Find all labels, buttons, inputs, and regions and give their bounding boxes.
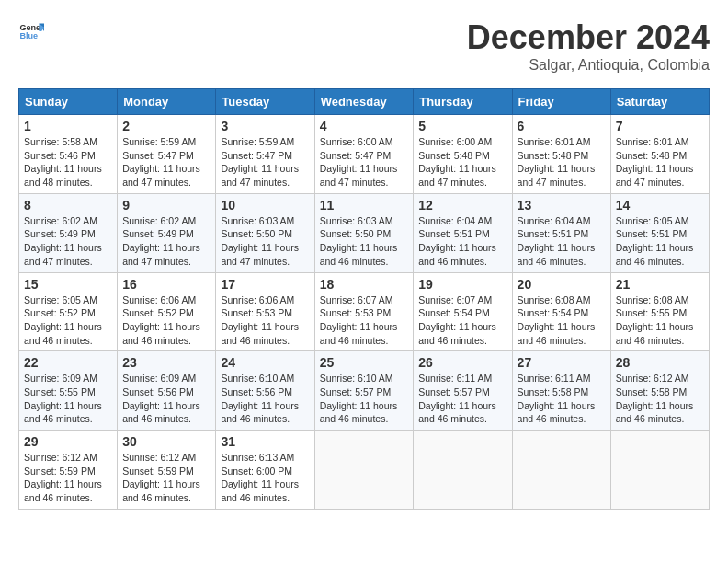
calendar-cell: 15Sunrise: 6:05 AMSunset: 5:52 PMDayligh…: [19, 272, 118, 351]
day-number: 11: [320, 198, 409, 213]
day-number: 27: [518, 355, 606, 370]
calendar-week-row: 8Sunrise: 6:02 AMSunset: 5:49 PMDaylight…: [19, 193, 710, 272]
calendar-cell: [314, 431, 414, 510]
day-info: Sunrise: 6:03 AMSunset: 5:50 PMDaylight:…: [221, 214, 309, 269]
day-number: 4: [320, 119, 409, 133]
calendar-cell: 6Sunrise: 6:01 AMSunset: 5:48 PMDaylight…: [512, 115, 610, 194]
day-info: Sunrise: 6:12 AMSunset: 5:58 PMDaylight:…: [616, 372, 704, 426]
day-number: 28: [616, 355, 704, 370]
day-number: 19: [418, 277, 506, 292]
day-number: 10: [221, 198, 309, 213]
calendar-cell: 3Sunrise: 5:59 AMSunset: 5:47 PMDaylight…: [216, 115, 314, 194]
calendar-cell: 30Sunrise: 6:12 AMSunset: 5:59 PMDayligh…: [118, 431, 216, 510]
location-title: Salgar, Antioquia, Colombia: [467, 57, 710, 74]
calendar-cell: 29Sunrise: 6:12 AMSunset: 5:59 PMDayligh…: [19, 431, 118, 510]
col-friday: Friday: [512, 89, 610, 115]
col-wednesday: Wednesday: [314, 89, 414, 115]
day-info: Sunrise: 6:07 AMSunset: 5:54 PMDaylight:…: [418, 293, 506, 348]
calendar-cell: 7Sunrise: 6:01 AMSunset: 5:48 PMDaylight…: [610, 115, 709, 194]
day-number: 31: [221, 434, 309, 449]
calendar-cell: 20Sunrise: 6:08 AMSunset: 5:54 PMDayligh…: [512, 272, 610, 351]
calendar-cell: 22Sunrise: 6:09 AMSunset: 5:55 PMDayligh…: [19, 351, 118, 431]
calendar-cell: [414, 431, 512, 510]
day-number: 5: [418, 119, 506, 133]
day-info: Sunrise: 6:02 AMSunset: 5:49 PMDaylight:…: [24, 214, 112, 269]
day-number: 13: [518, 198, 606, 213]
calendar-cell: [610, 431, 709, 510]
calendar-table: Sunday Monday Tuesday Wednesday Thursday…: [18, 88, 710, 510]
col-saturday: Saturday: [610, 89, 709, 115]
day-number: 18: [320, 277, 409, 292]
day-info: Sunrise: 6:07 AMSunset: 5:53 PMDaylight:…: [320, 293, 409, 348]
col-sunday: Sunday: [19, 89, 118, 115]
day-info: Sunrise: 6:00 AMSunset: 5:48 PMDaylight:…: [418, 135, 506, 190]
day-number: 1: [24, 119, 112, 133]
day-info: Sunrise: 6:01 AMSunset: 5:48 PMDaylight:…: [616, 135, 704, 190]
col-tuesday: Tuesday: [216, 89, 314, 115]
calendar-cell: 24Sunrise: 6:10 AMSunset: 5:56 PMDayligh…: [216, 351, 314, 431]
day-info: Sunrise: 6:12 AMSunset: 5:59 PMDaylight:…: [24, 451, 112, 505]
day-number: 26: [418, 355, 506, 370]
calendar-cell: 2Sunrise: 5:59 AMSunset: 5:47 PMDaylight…: [118, 115, 216, 194]
logo-icon: General Blue: [18, 18, 44, 44]
calendar-cell: 26Sunrise: 6:11 AMSunset: 5:57 PMDayligh…: [414, 351, 512, 431]
day-number: 3: [221, 119, 309, 133]
calendar-cell: 31Sunrise: 6:13 AMSunset: 6:00 PMDayligh…: [216, 431, 314, 510]
day-number: 8: [24, 198, 112, 213]
calendar-cell: 1Sunrise: 5:58 AMSunset: 5:46 PMDaylight…: [19, 115, 118, 194]
day-number: 9: [122, 198, 210, 213]
calendar-cell: 12Sunrise: 6:04 AMSunset: 5:51 PMDayligh…: [414, 193, 512, 272]
day-number: 17: [221, 277, 309, 292]
calendar-cell: 28Sunrise: 6:12 AMSunset: 5:58 PMDayligh…: [610, 351, 709, 431]
calendar-cell: 9Sunrise: 6:02 AMSunset: 5:49 PMDaylight…: [118, 193, 216, 272]
calendar-week-row: 15Sunrise: 6:05 AMSunset: 5:52 PMDayligh…: [19, 272, 710, 351]
calendar-cell: 19Sunrise: 6:07 AMSunset: 5:54 PMDayligh…: [414, 272, 512, 351]
col-thursday: Thursday: [414, 89, 512, 115]
calendar-cell: 14Sunrise: 6:05 AMSunset: 5:51 PMDayligh…: [610, 193, 709, 272]
day-number: 24: [221, 355, 309, 370]
day-info: Sunrise: 5:59 AMSunset: 5:47 PMDaylight:…: [122, 135, 210, 190]
day-info: Sunrise: 5:58 AMSunset: 5:46 PMDaylight:…: [24, 135, 112, 190]
day-info: Sunrise: 6:08 AMSunset: 5:55 PMDaylight:…: [616, 293, 704, 348]
day-info: Sunrise: 6:04 AMSunset: 5:51 PMDaylight:…: [418, 214, 506, 269]
calendar-header-row: Sunday Monday Tuesday Wednesday Thursday…: [19, 89, 710, 115]
day-number: 14: [616, 198, 704, 213]
calendar-cell: 16Sunrise: 6:06 AMSunset: 5:52 PMDayligh…: [118, 272, 216, 351]
day-number: 16: [122, 277, 210, 292]
day-info: Sunrise: 6:06 AMSunset: 5:52 PMDaylight:…: [122, 293, 210, 348]
calendar-cell: 21Sunrise: 6:08 AMSunset: 5:55 PMDayligh…: [610, 272, 709, 351]
day-info: Sunrise: 6:08 AMSunset: 5:54 PMDaylight:…: [518, 293, 606, 348]
day-info: Sunrise: 6:06 AMSunset: 5:53 PMDaylight:…: [221, 293, 309, 348]
calendar-cell: [512, 431, 610, 510]
col-monday: Monday: [118, 89, 216, 115]
day-number: 22: [24, 355, 112, 370]
day-info: Sunrise: 6:04 AMSunset: 5:51 PMDaylight:…: [518, 214, 606, 269]
day-number: 12: [418, 198, 506, 213]
calendar-cell: 8Sunrise: 6:02 AMSunset: 5:49 PMDaylight…: [19, 193, 118, 272]
day-number: 30: [122, 434, 210, 449]
day-number: 2: [122, 119, 210, 133]
day-info: Sunrise: 6:01 AMSunset: 5:48 PMDaylight:…: [518, 135, 606, 190]
day-info: Sunrise: 6:12 AMSunset: 5:59 PMDaylight:…: [122, 451, 210, 505]
day-number: 7: [616, 119, 704, 133]
day-info: Sunrise: 6:00 AMSunset: 5:47 PMDaylight:…: [320, 135, 409, 190]
day-info: Sunrise: 6:05 AMSunset: 5:51 PMDaylight:…: [616, 214, 704, 269]
calendar-cell: 18Sunrise: 6:07 AMSunset: 5:53 PMDayligh…: [314, 272, 414, 351]
day-number: 25: [320, 355, 409, 370]
title-area: December 2024 Salgar, Antioquia, Colombi…: [467, 18, 710, 74]
day-info: Sunrise: 6:09 AMSunset: 5:55 PMDaylight:…: [24, 372, 112, 426]
day-number: 29: [24, 434, 112, 449]
day-number: 20: [518, 277, 606, 292]
day-info: Sunrise: 6:10 AMSunset: 5:57 PMDaylight:…: [320, 372, 409, 426]
day-info: Sunrise: 6:13 AMSunset: 6:00 PMDaylight:…: [221, 451, 309, 505]
calendar-body: 1Sunrise: 5:58 AMSunset: 5:46 PMDaylight…: [19, 115, 710, 510]
day-info: Sunrise: 6:10 AMSunset: 5:56 PMDaylight:…: [221, 372, 309, 426]
calendar-cell: 17Sunrise: 6:06 AMSunset: 5:53 PMDayligh…: [216, 272, 314, 351]
calendar-cell: 25Sunrise: 6:10 AMSunset: 5:57 PMDayligh…: [314, 351, 414, 431]
calendar-week-row: 29Sunrise: 6:12 AMSunset: 5:59 PMDayligh…: [19, 431, 710, 510]
day-info: Sunrise: 6:05 AMSunset: 5:52 PMDaylight:…: [24, 293, 112, 348]
day-number: 6: [518, 119, 606, 133]
day-info: Sunrise: 6:11 AMSunset: 5:58 PMDaylight:…: [518, 372, 606, 426]
day-info: Sunrise: 6:02 AMSunset: 5:49 PMDaylight:…: [122, 214, 210, 269]
calendar-cell: 5Sunrise: 6:00 AMSunset: 5:48 PMDaylight…: [414, 115, 512, 194]
